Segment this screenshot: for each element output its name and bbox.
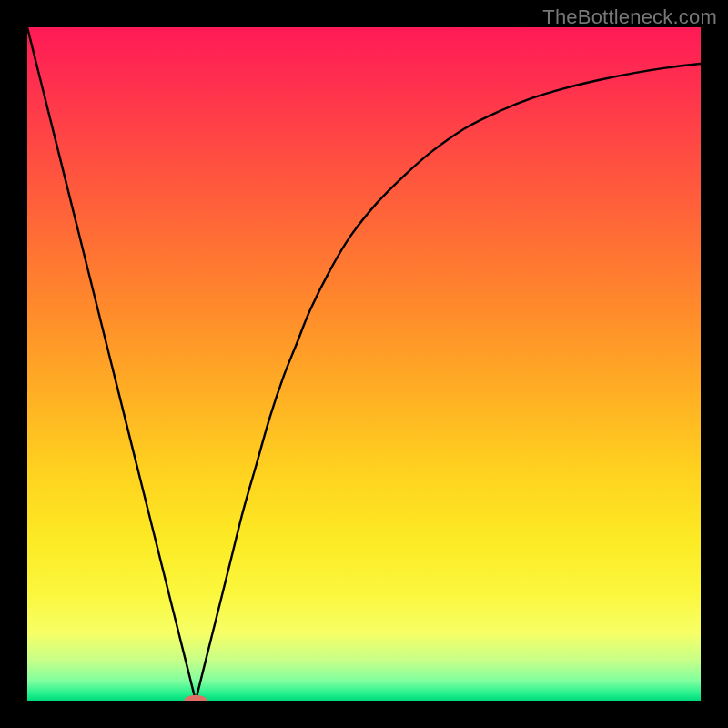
bottleneck-curve [27,27,701,701]
plot-area [27,27,701,701]
chart-frame: TheBottleneck.com [0,0,728,728]
curve-path [27,27,701,701]
watermark-label: TheBottleneck.com [542,5,717,29]
minimum-marker [184,695,207,701]
